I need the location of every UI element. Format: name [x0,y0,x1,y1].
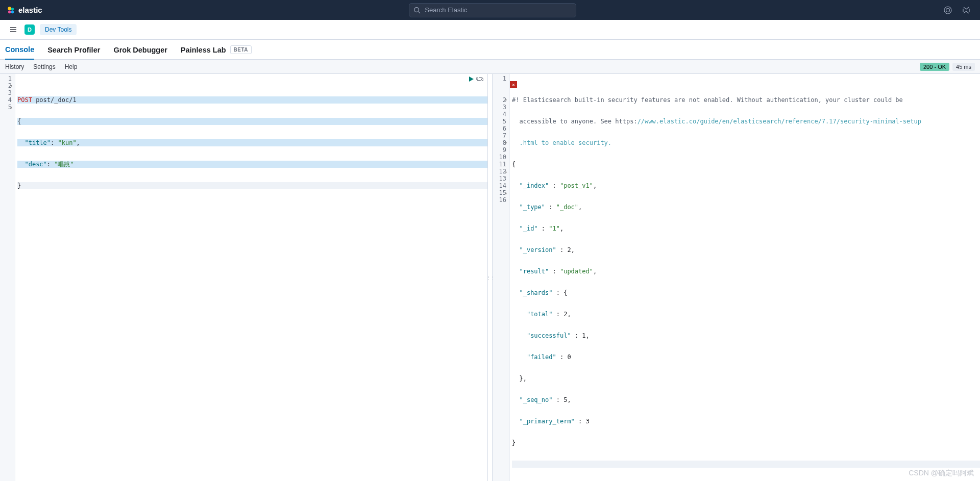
elastic-logo-icon [6,6,15,15]
help-icon[interactable] [943,6,952,15]
svg-point-0 [8,7,11,10]
svg-point-7 [946,8,950,12]
newsfeed-icon[interactable] [962,6,971,15]
search-icon [413,7,421,14]
svg-line-5 [419,11,421,13]
response-pane[interactable]: 1 2▾ 3 4 5 6 7 8▾ 9 10 11 12▴ 13 14 15▴ … [493,74,980,481]
pane-splitter[interactable]: ⋮⋮ [487,74,493,481]
svg-point-4 [414,7,419,12]
toolbar-links: History Settings Help [5,63,77,70]
editor-container: 1 2▾ 3 4 5▴ POST post/_doc/1 { "title": … [0,74,980,481]
timing-badge: 45 ms [952,63,975,71]
menu-icon [9,26,17,34]
space-selector[interactable]: D [24,24,35,35]
response-code[interactable]: ✕ #! Elasticsearch built-in security fea… [510,74,980,481]
svg-point-6 [944,7,951,14]
tab-painless-label: Painless Lab [181,46,226,54]
send-request-button[interactable] [468,76,474,84]
brand-text: elastic [18,6,42,14]
svg-marker-11 [469,77,474,82]
settings-link[interactable]: Settings [33,63,55,70]
request-options-button[interactable] [476,76,483,84]
search-container: Search Elastic [42,3,943,17]
request-actions [468,76,483,84]
breadcrumb-devtools[interactable]: Dev Tools [40,24,77,35]
svg-point-2 [8,10,11,13]
elastic-logo[interactable]: elastic [6,6,42,15]
tab-grok-debugger[interactable]: Grok Debugger [113,40,167,59]
nav-toggle-button[interactable] [7,23,19,36]
global-search-input[interactable]: Search Elastic [409,3,576,17]
devtools-tabs: Console Search Profiler Grok Debugger Pa… [0,40,980,60]
header-actions [943,6,974,15]
history-link[interactable]: History [5,63,24,70]
status-area: 200 - OK 45 ms [920,63,975,71]
error-marker-icon: ✕ [510,81,517,88]
global-header: elastic Search Elastic [0,0,980,20]
console-toolbar: History Settings Help 200 - OK 45 ms [0,60,980,74]
tab-search-profiler[interactable]: Search Profiler [47,40,100,59]
breadcrumb-bar: D Dev Tools [0,20,980,40]
response-gutter: 1 2▾ 3 4 5 6 7 8▾ 9 10 11 12▴ 13 14 15▴ … [493,74,510,481]
request-pane[interactable]: 1 2▾ 3 4 5▴ POST post/_doc/1 { "title": … [0,74,487,481]
beta-badge: BETA [230,45,252,54]
svg-point-3 [11,10,14,13]
status-badge: 200 - OK [920,63,949,71]
tab-console[interactable]: Console [5,40,34,60]
svg-point-1 [11,7,14,10]
request-code[interactable]: POST post/_doc/1 { "title": "kun", "desc… [15,74,487,481]
search-placeholder: Search Elastic [425,6,467,14]
help-link[interactable]: Help [65,63,78,70]
tab-painless-lab[interactable]: Painless Lab BETA [181,40,252,59]
request-gutter: 1 2▾ 3 4 5▴ [0,74,15,481]
